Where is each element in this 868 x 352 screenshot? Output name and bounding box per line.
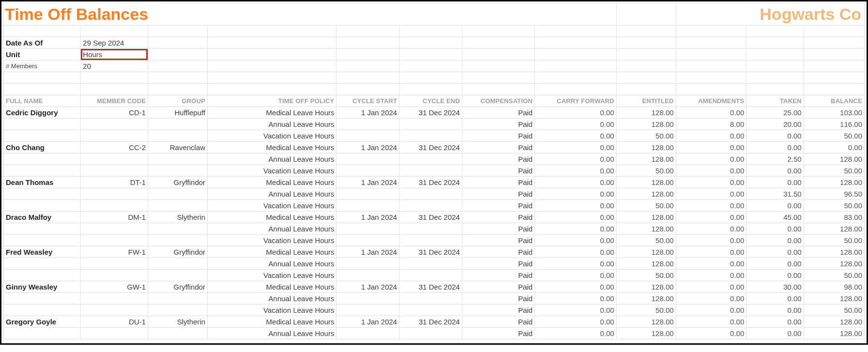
- table-row: Annual Leave HoursPaid0.00128.000.000.00…: [4, 328, 865, 339]
- table-row: Vacation Leave HoursPaid0.0050.000.000.0…: [4, 130, 865, 142]
- member-name: [4, 130, 81, 142]
- carry-forward: 0.00: [535, 270, 617, 281]
- member-name: [4, 223, 81, 235]
- cycle-start: [336, 165, 399, 177]
- member-code: [81, 258, 148, 270]
- cycle-end: [399, 328, 462, 339]
- date-label: Date As Of: [4, 37, 81, 49]
- unit-value[interactable]: Hours: [81, 49, 148, 61]
- taken: 0.00: [746, 165, 804, 177]
- cycle-end: [399, 293, 462, 305]
- policy: Vacation Leave Hours: [208, 200, 336, 212]
- member-name: [4, 258, 81, 270]
- amendments: 0.00: [676, 293, 746, 305]
- member-code: [81, 188, 148, 200]
- member-name: Gregory Goyle: [4, 316, 81, 328]
- carry-forward: 0.00: [535, 130, 617, 142]
- carry-forward: 0.00: [535, 200, 617, 212]
- member-code: DM-1: [81, 212, 148, 223]
- compensation: Paid: [462, 130, 534, 142]
- carry-forward: 0.00: [535, 212, 617, 223]
- member-name: [4, 235, 81, 246]
- amendments: 0.00: [676, 235, 746, 246]
- carry-forward: 0.00: [535, 316, 617, 328]
- balance: 128.00: [804, 328, 864, 339]
- entitled: 128.00: [616, 212, 676, 223]
- member-name: [4, 200, 81, 212]
- amendments: 0.00: [676, 258, 746, 270]
- members-value: 20: [81, 61, 148, 72]
- amendments: 0.00: [676, 107, 746, 119]
- table-row: Dean ThomasDT-1GryffindorMedical Leave H…: [4, 177, 865, 188]
- entitled: 128.00: [616, 188, 676, 200]
- taken: 0.00: [746, 316, 804, 328]
- entitled: 50.00: [616, 270, 676, 281]
- table-row: Annual Leave HoursPaid0.00128.000.002.50…: [4, 153, 865, 165]
- col-member-code: MEMBER CODE: [81, 95, 148, 107]
- compensation: Paid: [462, 328, 534, 339]
- amendments: 0.00: [676, 177, 746, 188]
- report-title: Time Off Balances: [4, 3, 617, 26]
- policy: Annual Leave Hours: [208, 188, 336, 200]
- member-group: [148, 223, 208, 235]
- cycle-end: [399, 270, 462, 281]
- entitled: 128.00: [616, 107, 676, 119]
- compensation: Paid: [462, 293, 534, 305]
- table-row: Fred WeasleyFW-1GryffindorMedical Leave …: [4, 246, 865, 258]
- taken: 25.00: [746, 107, 804, 119]
- cycle-start: 1 Jan 2024: [336, 142, 399, 153]
- balance: 98.00: [804, 281, 864, 293]
- carry-forward: 0.00: [535, 142, 617, 153]
- cycle-start: [336, 270, 399, 281]
- member-group: [148, 153, 208, 165]
- member-name: [4, 293, 81, 305]
- taken: 30.00: [746, 281, 804, 293]
- carry-forward: 0.00: [535, 165, 617, 177]
- company-name: Hogwarts Co: [676, 3, 864, 26]
- col-entitled: ENTITLED: [616, 95, 676, 107]
- balance: 128.00: [804, 223, 864, 235]
- compensation: Paid: [462, 316, 534, 328]
- entitled: 128.00: [616, 142, 676, 153]
- cycle-end: 31 Dec 2024: [399, 177, 462, 188]
- balance: 50.00: [804, 130, 864, 142]
- policy: Annual Leave Hours: [208, 223, 336, 235]
- policy: Vacation Leave Hours: [208, 165, 336, 177]
- policy: Annual Leave Hours: [208, 328, 336, 339]
- cycle-start: 1 Jan 2024: [336, 212, 399, 223]
- cycle-end: [399, 235, 462, 246]
- cycle-start: [336, 188, 399, 200]
- balance: 128.00: [804, 246, 864, 258]
- member-code: [81, 235, 148, 246]
- taken: 0.00: [746, 246, 804, 258]
- table-row: Vacation Leave HoursPaid0.0050.000.000.0…: [4, 165, 865, 177]
- entitled: 128.00: [616, 316, 676, 328]
- balance: 128.00: [804, 258, 864, 270]
- balance: 50.00: [804, 200, 864, 212]
- taken: 31.50: [746, 188, 804, 200]
- member-group: Gryffindor: [148, 177, 208, 188]
- policy: Medical Leave Hours: [208, 107, 336, 119]
- member-code: [81, 130, 148, 142]
- meta-date-row: Date As Of 29 Sep 2024: [4, 37, 865, 49]
- compensation: Paid: [462, 305, 534, 316]
- balance: 103.00: [804, 107, 864, 119]
- member-group: Gryffindor: [148, 281, 208, 293]
- carry-forward: 0.00: [535, 177, 617, 188]
- member-group: Slytherin: [148, 212, 208, 223]
- carry-forward: 0.00: [535, 246, 617, 258]
- cycle-start: [336, 293, 399, 305]
- policy: Vacation Leave Hours: [208, 270, 336, 281]
- cycle-end: [399, 188, 462, 200]
- policy: Medical Leave Hours: [208, 212, 336, 223]
- meta-members-row: # Members 20: [4, 61, 865, 72]
- carry-forward: 0.00: [535, 223, 617, 235]
- balance: 50.00: [804, 235, 864, 246]
- table-row: Annual Leave HoursPaid0.00128.008.0020.0…: [4, 119, 865, 130]
- carry-forward: 0.00: [535, 119, 617, 130]
- member-code: [81, 119, 148, 130]
- spreadsheet-sheet: Time Off Balances Hogwarts Co Date As Of…: [0, 0, 868, 345]
- member-code: [81, 270, 148, 281]
- member-group: [148, 165, 208, 177]
- balance: 128.00: [804, 316, 864, 328]
